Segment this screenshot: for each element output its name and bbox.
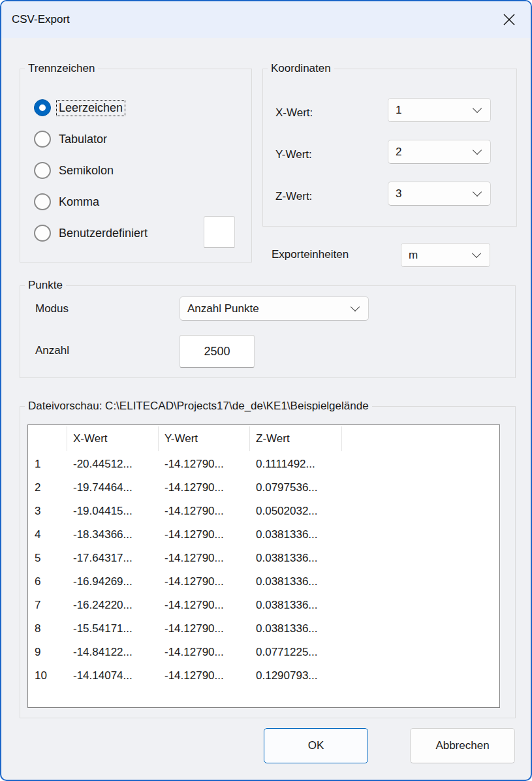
table-cell: -14.12790...	[159, 528, 250, 541]
table-cell: 0.0381336...	[250, 575, 342, 588]
table-cell: -20.44512...	[67, 458, 159, 471]
combo-value: m	[409, 249, 473, 262]
table-row[interactable]: 2-19.74464...-14.12790...0.0797536...	[28, 476, 499, 500]
group-koordinaten-legend: Koordinaten	[268, 62, 334, 75]
table-cell: 0.0502032...	[250, 505, 342, 518]
radio-unchecked-icon[interactable]	[34, 162, 51, 179]
table-cell: 8	[28, 622, 67, 635]
chevron-down-icon	[473, 104, 482, 113]
title-bar: CSV-Export	[1, 1, 531, 38]
chevron-down-icon	[351, 302, 360, 311]
table-cell: 9	[28, 646, 67, 659]
table-header: X-Wert Y-Wert Z-Wert	[28, 425, 499, 453]
chevron-down-icon	[473, 146, 482, 155]
table-cell: 3	[28, 505, 67, 518]
table-cell: 6	[28, 575, 67, 588]
table-row[interactable]: 10-14.14074...-14.12790...0.1290793...	[28, 664, 499, 688]
table-cell: 0.0797536...	[250, 481, 342, 494]
radio-checked-icon[interactable]	[34, 99, 51, 116]
table-cell: -14.12790...	[159, 552, 250, 565]
radio-label: Semikolon	[57, 163, 116, 178]
table-cell: -19.04415...	[67, 505, 159, 518]
x-wert-label: X-Wert:	[275, 106, 313, 120]
custom-separator-input[interactable]	[204, 216, 235, 248]
radio-label: Komma	[57, 195, 101, 210]
group-trennzeichen-legend: Trennzeichen	[25, 62, 98, 75]
x-wert-select[interactable]: 1	[388, 98, 491, 122]
table-cell: -16.94269...	[67, 575, 159, 588]
table-row[interactable]: 5-17.64317...-14.12790...0.0381336...	[28, 547, 499, 570]
z-wert-label: Z-Wert:	[275, 190, 312, 203]
exporteinheiten-label: Exporteinheiten	[272, 248, 349, 261]
radio-option-semikolon[interactable]: Semikolon	[34, 159, 116, 182]
table-cell: 0.0381336...	[250, 552, 342, 565]
table-cell: -18.34366...	[67, 528, 159, 541]
table-row[interactable]: 7-16.24220...-14.12790...0.0381336...	[28, 594, 499, 617]
table-cell: 0.0381336...	[250, 528, 342, 541]
table-cell: -14.12790...	[159, 646, 250, 659]
table-row[interactable]: 1-20.44512...-14.12790...0.1111492...	[28, 453, 499, 476]
table-cell: -14.12790...	[159, 575, 250, 588]
preview-table: X-Wert Y-Wert Z-Wert 1-20.44512...-14.12…	[27, 424, 500, 708]
table-cell: -14.12790...	[159, 481, 250, 494]
radio-option-leerzeichen[interactable]: Leerzeichen	[34, 96, 125, 120]
table-header-cell[interactable]: Y-Wert	[159, 426, 250, 451]
table-header-cell[interactable]: X-Wert	[67, 426, 159, 451]
chevron-down-icon	[472, 249, 481, 258]
anzahl-input[interactable]	[180, 335, 255, 368]
table-rows: 1-20.44512...-14.12790...0.1111492...2-1…	[28, 453, 499, 707]
table-cell: -14.12790...	[159, 599, 250, 612]
table-cell: -19.74464...	[67, 481, 159, 494]
table-cell: 2	[28, 481, 67, 494]
combo-value: 3	[396, 187, 474, 200]
radio-option-komma[interactable]: Komma	[34, 190, 101, 214]
table-cell: -14.14074...	[67, 669, 159, 682]
window-title: CSV-Export	[12, 1, 70, 38]
radio-unchecked-icon[interactable]	[34, 131, 51, 148]
table-row[interactable]: 8-15.54171...-14.12790...0.0381336...	[28, 617, 499, 641]
radio-label: Leerzeichen	[57, 101, 125, 116]
table-row[interactable]: 6-16.94269...-14.12790...0.0381336...	[28, 570, 499, 594]
ok-button[interactable]: OK	[264, 728, 368, 763]
csv-export-dialog: CSV-Export Trennzeichen Leerzeichen Tabu…	[0, 0, 532, 781]
z-wert-select[interactable]: 3	[388, 182, 491, 206]
y-wert-label: Y-Wert:	[275, 148, 312, 161]
table-row[interactable]: 4-18.34366...-14.12790...0.0381336...	[28, 523, 499, 547]
combo-value: 2	[396, 146, 474, 159]
table-cell: 0.0771225...	[250, 646, 342, 659]
table-cell: -17.64317...	[67, 552, 159, 565]
table-cell: -15.54171...	[67, 622, 159, 635]
group-punkte-legend: Punkte	[25, 279, 66, 292]
radio-option-tabulator[interactable]: Tabulator	[34, 127, 109, 151]
table-cell: 10	[28, 669, 67, 682]
radio-unchecked-icon[interactable]	[34, 225, 51, 242]
combo-value: Anzahl Punkte	[187, 302, 352, 315]
cancel-button[interactable]: Abbrechen	[410, 728, 515, 763]
table-cell: 4	[28, 528, 67, 541]
table-header-cell[interactable]	[28, 426, 67, 451]
group-dateivorschau-legend: Dateivorschau: C:\ELITECAD\Projects17\de…	[25, 400, 372, 413]
table-cell: 0.0381336...	[250, 599, 342, 612]
table-row[interactable]: 3-19.04415...-14.12790...0.0502032...	[28, 500, 499, 523]
y-wert-select[interactable]: 2	[388, 140, 491, 164]
radio-unchecked-icon[interactable]	[34, 193, 51, 210]
table-header-cell[interactable]: Z-Wert	[250, 426, 342, 451]
table-cell: -14.12790...	[159, 669, 250, 682]
table-cell: -14.12790...	[159, 622, 250, 635]
table-row[interactable]: 9-14.84122...-14.12790...0.0771225...	[28, 641, 499, 664]
anzahl-label: Anzahl	[35, 344, 69, 357]
table-cell: 0.0381336...	[250, 622, 342, 635]
radio-option-benutzerdefiniert[interactable]: Benutzerdefiniert	[34, 221, 149, 245]
table-cell: 1	[28, 458, 67, 471]
radio-label: Tabulator	[57, 132, 109, 147]
table-cell: 0.1111492...	[250, 458, 342, 471]
modus-select[interactable]: Anzahl Punkte	[180, 296, 369, 321]
table-header-cell	[342, 426, 499, 451]
close-button[interactable]	[498, 8, 520, 31]
modus-label: Modus	[35, 302, 69, 315]
table-cell: -16.24220...	[67, 599, 159, 612]
combo-value: 1	[396, 104, 474, 117]
chevron-down-icon	[473, 187, 482, 197]
table-cell: -14.12790...	[159, 505, 250, 518]
exporteinheiten-select[interactable]: m	[401, 243, 490, 267]
